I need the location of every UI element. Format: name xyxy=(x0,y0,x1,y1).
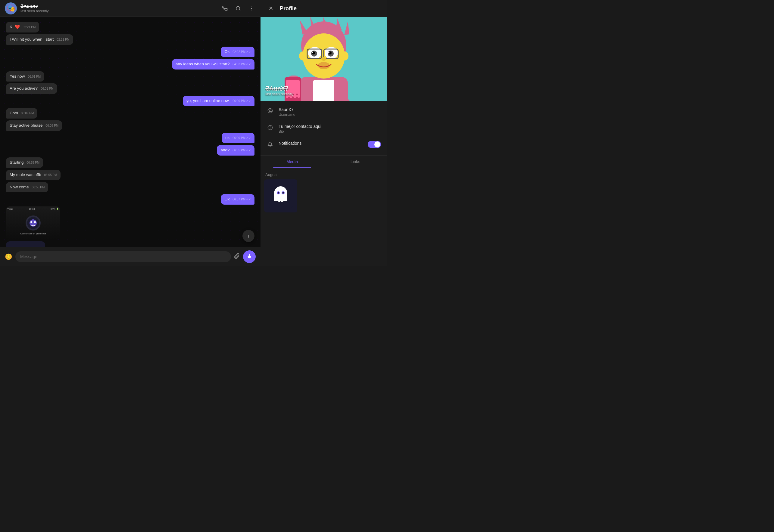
table-row: Yaigo 19:34 64% 🔋 xyxy=(6,206,255,247)
message-input[interactable] xyxy=(15,251,231,262)
message-text: Ok xyxy=(225,49,230,54)
voice-message-button[interactable] xyxy=(243,250,256,263)
svg-point-47 xyxy=(296,94,298,95)
scroll-down-button[interactable]: ↓ xyxy=(243,230,255,242)
svg-point-3 xyxy=(251,10,252,10)
profile-title: Profile xyxy=(280,5,297,12)
tab-links[interactable]: Links xyxy=(324,156,387,168)
profile-notifications-row[interactable]: Notifications xyxy=(261,137,387,152)
svg-point-58 xyxy=(283,192,284,194)
message-time: 02:21 PM xyxy=(23,25,36,29)
svg-point-1 xyxy=(251,6,252,7)
profile-username-content: SaunX7 Username xyxy=(279,107,295,117)
info-icon xyxy=(267,124,274,131)
table-row: and? 06:55 PM ✓✓ xyxy=(6,145,255,156)
phone-call-button[interactable] xyxy=(221,4,229,13)
profile-username: SaunX7 xyxy=(279,107,295,112)
tab-media[interactable]: Media xyxy=(261,156,324,168)
media-tabs: Media Links xyxy=(261,155,387,168)
emoji-button[interactable]: 😊 xyxy=(5,253,12,260)
profile-notifications-content: Notifications xyxy=(279,141,302,146)
table-row: Cool 06:09 PM xyxy=(6,108,255,119)
message-text: Cool xyxy=(10,111,18,115)
notifications-toggle[interactable] xyxy=(368,141,381,148)
profile-info-section: SaunX7 Username Tu mejor contacto aqui. … xyxy=(261,101,387,154)
profile-display-name: ƧAunX7 xyxy=(265,85,293,92)
svg-point-42 xyxy=(288,97,290,98)
screenshot-status-bar: Yaigo 19:34 64% 🔋 xyxy=(7,208,59,210)
svg-point-27 xyxy=(328,52,330,53)
message-time: 02:22 PM ✓✓ xyxy=(233,50,251,54)
svg-point-5 xyxy=(29,219,37,227)
svg-point-32 xyxy=(318,62,330,69)
attach-button[interactable] xyxy=(234,253,240,261)
more-options-button[interactable] xyxy=(247,4,256,13)
message-text: Yes now xyxy=(10,74,25,79)
svg-point-43 xyxy=(292,97,294,98)
svg-point-0 xyxy=(236,6,240,10)
message-time: 06:09 PM ✓✓ xyxy=(233,136,251,140)
table-row: Yes now 06:01 PM xyxy=(6,71,255,82)
screenshot-label: Comunicar un problema xyxy=(9,232,57,235)
svg-point-34 xyxy=(341,51,348,60)
message-text: Stay active please xyxy=(10,123,43,128)
sticker-image: 👻 xyxy=(6,241,45,247)
message-bubble: ok 06:09 PM ✓✓ xyxy=(222,133,255,143)
profile-header: ✕ Profile xyxy=(261,0,387,17)
heart-reaction: ❤️ xyxy=(15,24,20,29)
chat-avatar[interactable]: 🎭 xyxy=(5,2,17,14)
message-time: 04:33 PM ✓✓ xyxy=(233,62,251,67)
message-text: Now come xyxy=(10,185,29,189)
media-thumbnails-row xyxy=(264,179,383,212)
chat-contact-status: last seen recently xyxy=(20,9,221,13)
at-icon xyxy=(267,107,274,114)
chat-header-info: ƧAunX7 last seen recently xyxy=(20,4,221,13)
svg-rect-11 xyxy=(313,80,334,101)
message-bubble: Starting 06:55 PM xyxy=(6,157,43,168)
profile-bio-content: Tu mejor contacto aqui. Bio xyxy=(279,124,323,134)
message-bubble: Are you active? 06:01 PM xyxy=(6,83,57,94)
svg-point-33 xyxy=(299,51,306,60)
svg-point-31 xyxy=(321,57,326,61)
table-row: My mule was offb 06:55 PM xyxy=(6,170,255,180)
message-time: 06:57 PM ✓✓ xyxy=(233,197,251,202)
table-row: Ok 06:57 PM ✓✓ xyxy=(6,194,255,205)
table-row: Now come 06:55 PM xyxy=(6,182,255,193)
message-time: 06:55 PM xyxy=(32,185,45,190)
table-row: K ❤️ 02:21 PM xyxy=(6,22,255,32)
message-text: yo, yes i am online now. xyxy=(186,98,230,103)
media-month-label: August xyxy=(264,170,383,178)
message-text: K xyxy=(10,25,12,29)
media-grid: August xyxy=(261,168,387,215)
table-row: yo, yes i am online now. 06:09 PM ✓✓ xyxy=(6,96,255,106)
media-thumbnail[interactable] xyxy=(264,179,297,212)
svg-point-48 xyxy=(269,110,271,112)
profile-username-row: SaunX7 Username xyxy=(261,104,387,120)
chat-panel: 🎭 ƧAunX7 last seen recently xyxy=(0,0,261,266)
svg-point-7 xyxy=(34,221,36,223)
table-row: Starting 06:55 PM xyxy=(6,157,255,168)
message-bubble: Yes now 06:01 PM xyxy=(6,71,44,82)
message-bubble: My mule was offb 06:55 PM xyxy=(6,170,60,180)
svg-rect-54 xyxy=(274,193,287,201)
profile-image-container[interactable]: ƧAunX7 last seen recently xyxy=(261,17,387,101)
table-row: any ideas when you will start? 04:33 PM … xyxy=(6,59,255,70)
search-button[interactable] xyxy=(234,4,243,13)
message-text: any ideas when you will start? xyxy=(175,62,230,66)
svg-point-6 xyxy=(30,221,32,223)
message-time: 06:09 PM xyxy=(45,124,58,128)
message-input-area: 😊 xyxy=(0,247,261,266)
chat-contact-name: ƧAunX7 xyxy=(20,4,221,9)
profile-status-text: last seen recently xyxy=(265,92,293,96)
message-bubble: I Will hit you when I start 02:21 PM xyxy=(6,34,73,45)
svg-point-23 xyxy=(312,52,313,53)
screenshot-image-bubble: Yaigo 19:34 64% 🔋 xyxy=(6,206,60,240)
table-row: Are you active? 06:01 PM xyxy=(6,83,255,94)
profile-bio-label: Bio xyxy=(279,129,323,134)
message-bubble: K ❤️ 02:21 PM xyxy=(6,22,39,32)
message-text: Ok xyxy=(225,197,230,201)
messages-area[interactable]: K ❤️ 02:21 PM I Will hit you when I star… xyxy=(0,17,261,247)
message-time: 06:55 PM xyxy=(26,161,39,165)
profile-close-button[interactable]: ✕ xyxy=(267,4,275,13)
table-row: Ok 02:22 PM ✓✓ xyxy=(6,47,255,57)
